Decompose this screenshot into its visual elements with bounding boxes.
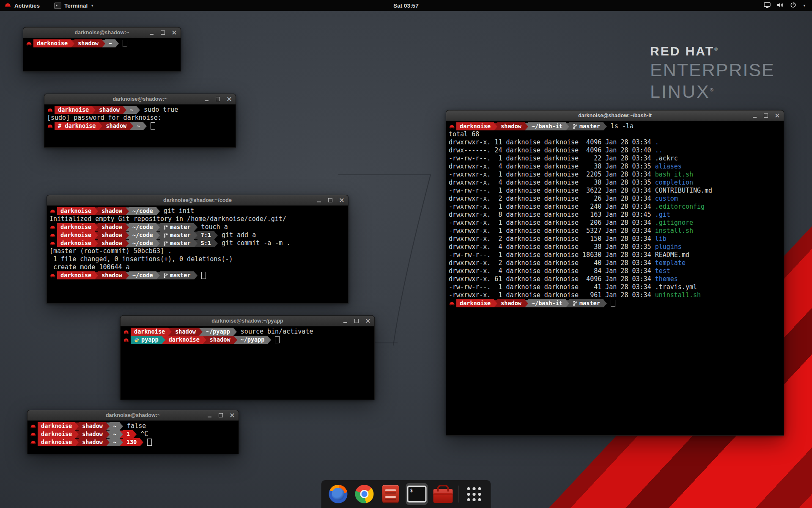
maximize-button[interactable] xyxy=(215,96,221,102)
file-name: custom xyxy=(655,195,678,203)
file-row: -rw-rw-r--. 1 darknoise darknoise 18630 … xyxy=(449,251,781,259)
dock-item-chrome[interactable] xyxy=(354,483,376,505)
window-controls: × xyxy=(206,410,235,420)
terminal-content[interactable]: darknoiseshadow~sudo true[sudo] password… xyxy=(44,105,236,148)
prompt-line: darknoiseshadow~ xyxy=(26,39,178,47)
close-button[interactable]: × xyxy=(226,96,232,102)
window-titlebar[interactable]: darknoise@shadow:~/bash-it × xyxy=(446,110,784,121)
file-name: aliases xyxy=(655,163,682,171)
terminal-window-bash-it: darknoise@shadow:~/bash-it × darknoisesh… xyxy=(446,110,784,435)
maximize-button[interactable] xyxy=(327,197,333,203)
window-titlebar[interactable]: darknoise@shadow:~/code × xyxy=(47,195,348,206)
rhel-wallpaper-logo: RED HAT® ENTERPRISE LINUX® xyxy=(650,44,775,102)
prompt-segment-host: shadow xyxy=(497,122,525,130)
prompt-segment-user: # darknoise xyxy=(55,122,99,130)
redhat-prompt-icon xyxy=(449,124,456,129)
powerline-separator xyxy=(126,272,129,279)
terminal-content[interactable]: darknoiseshadow~/bash-itmasterls -latota… xyxy=(446,121,784,436)
file-row: -rw-rw-r--. 1 darknoise darknoise 22 Jan… xyxy=(449,155,781,163)
powerline-separator xyxy=(525,123,528,130)
window-title: darknoise@shadow:~ xyxy=(112,96,167,102)
terminal-content[interactable]: darknoiseshadow~falsedarknoiseshadow~1^C… xyxy=(27,421,239,454)
output-line: [sudo] password for darknoise: xyxy=(47,114,233,122)
file-attributes: drwxrwxr-x. 11 darknoise darknoise 4096 … xyxy=(449,138,655,146)
terminal-content[interactable]: darknoiseshadow~ xyxy=(23,38,181,72)
file-name: lib xyxy=(655,235,667,243)
gnome-top-bar: Activities Terminal ▼ Sat 03:57 ▼ xyxy=(0,0,812,11)
maximize-button[interactable] xyxy=(218,412,224,418)
dock-item-toolbox[interactable] xyxy=(432,483,454,505)
command-text: source bin/activate xyxy=(241,328,313,336)
file-attributes: drwxrwxr-x. 4 darknoise darknoise 38 Jan… xyxy=(449,179,655,187)
prompt-segment-path: ~/code xyxy=(129,231,156,239)
dock-item-app-grid[interactable] xyxy=(463,483,485,505)
output-text: [master (root-commit) 50bcb63] . xyxy=(49,247,172,255)
maximize-button[interactable] xyxy=(354,318,359,324)
close-button[interactable]: × xyxy=(171,30,177,36)
maximize-button[interactable] xyxy=(160,30,166,36)
minimize-button[interactable] xyxy=(148,30,154,36)
window-titlebar[interactable]: darknoise@shadow:~ × xyxy=(23,27,181,38)
powerline-separator xyxy=(106,422,110,430)
prompt-segment-git: master xyxy=(569,299,604,307)
prompt-segment-path: ~ xyxy=(110,438,120,446)
terminal-icon: $ xyxy=(407,486,427,502)
volume-icon[interactable] xyxy=(777,2,784,9)
powerline-separator xyxy=(123,106,126,114)
powerline-separator xyxy=(194,232,198,239)
firefox-icon xyxy=(329,485,348,503)
system-menu-chevron-icon[interactable]: ▼ xyxy=(803,4,806,8)
close-button[interactable]: × xyxy=(229,412,235,418)
window-titlebar[interactable]: darknoise@shadow:~ × xyxy=(27,410,239,421)
powerline-separator xyxy=(203,336,206,344)
minimize-button[interactable] xyxy=(752,113,757,119)
prompt-segment-path: ~ xyxy=(110,422,120,430)
activities-button[interactable]: Activities xyxy=(0,0,44,11)
file-row: drwxrwxr-x. 4 darknoise darknoise 38 Jan… xyxy=(449,179,781,187)
prompt-segment-git: master xyxy=(160,239,194,247)
window-titlebar[interactable]: darknoise@shadow:~/pyapp × xyxy=(120,315,375,326)
powerline-separator xyxy=(194,224,198,231)
terminal-content[interactable]: darknoiseshadow~/codegit initInitialized… xyxy=(47,206,348,304)
minimize-button[interactable] xyxy=(342,318,348,324)
dock-item-terminal[interactable]: $ xyxy=(406,483,428,505)
terminal-cursor xyxy=(147,439,152,446)
close-button[interactable]: × xyxy=(774,113,780,119)
file-attributes: drwxrwxr-x. 8 darknoise darknoise 163 Ja… xyxy=(449,211,655,219)
file-attributes: -rwxrwxr-x. 1 darknoise darknoise 206 Ja… xyxy=(449,219,655,227)
output-text: [sudo] password for darknoise: xyxy=(47,114,165,122)
powerline-separator xyxy=(102,40,105,47)
file-row: drwxrwxr-x. 11 darknoise darknoise 4096 … xyxy=(449,138,781,146)
minimize-button[interactable] xyxy=(206,412,212,418)
terminal-cursor xyxy=(275,336,280,343)
powerline-separator xyxy=(233,328,237,336)
clock-button[interactable]: Sat 03:57 xyxy=(393,0,418,11)
file-attributes: -rwxrwxr-x. 1 darknoise darknoise 5327 J… xyxy=(449,227,655,235)
close-button[interactable]: × xyxy=(339,197,345,203)
power-icon[interactable] xyxy=(790,2,796,9)
terminal-content[interactable]: darknoiseshadow~/pyappsource bin/activat… xyxy=(120,326,375,400)
prompt-segment-path: ~/pyapp xyxy=(203,328,233,336)
app-menu-terminal[interactable]: Terminal ▼ xyxy=(50,0,98,11)
prompt-segment-host: shadow xyxy=(74,39,102,47)
redhat-prompt-icon xyxy=(449,301,456,306)
command-text: false xyxy=(127,422,146,430)
maximize-button[interactable] xyxy=(763,113,769,119)
minimize-button[interactable] xyxy=(203,96,209,102)
window-titlebar[interactable]: darknoise@shadow:~ × xyxy=(44,94,236,105)
file-attributes: drwxrwxr-x. 2 darknoise darknoise 26 Jan… xyxy=(449,195,655,203)
close-button[interactable]: × xyxy=(365,318,371,324)
window-controls: × xyxy=(316,195,345,205)
redhat-prompt-icon xyxy=(30,440,38,445)
output-line: 1 file changed, 0 insertions(+), 0 delet… xyxy=(49,255,346,263)
display-icon[interactable] xyxy=(764,2,771,9)
dock-item-files[interactable] xyxy=(380,483,402,505)
prompt-segment-user: darknoise xyxy=(456,122,494,130)
powerline-separator xyxy=(156,232,160,239)
powerline-separator xyxy=(75,439,79,446)
command-text: sudo true xyxy=(144,106,178,114)
powerline-separator xyxy=(120,422,123,430)
dock-item-firefox[interactable] xyxy=(327,483,349,505)
powerline-separator xyxy=(566,300,569,307)
minimize-button[interactable] xyxy=(316,197,322,203)
